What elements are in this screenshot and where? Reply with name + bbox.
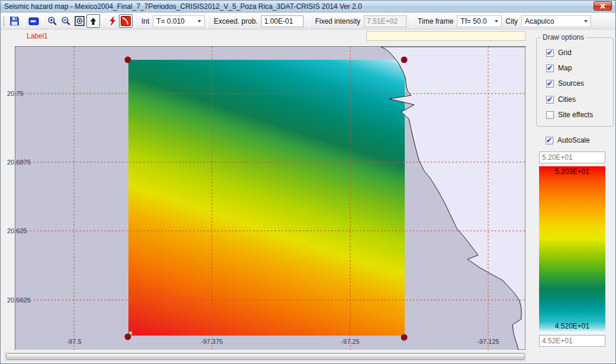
time-frame-combo[interactable]: Tf= 50.0 xyxy=(457,15,502,27)
map-overlay xyxy=(15,47,525,350)
period-combo-value: T= 0.010 xyxy=(156,17,185,25)
zoom-extent-button[interactable] xyxy=(73,14,86,28)
map-panel[interactable]: 20.75 20.6875 20.625 20.5625 -97.5 -97.3… xyxy=(15,46,526,350)
option-row-sources: Sources xyxy=(546,79,584,88)
option-row-cities: Cities xyxy=(546,95,576,104)
x-tick-label: -97.375 xyxy=(194,338,230,345)
map-canvas xyxy=(15,47,525,350)
toolbar-separator xyxy=(308,15,309,28)
exceed-prob-input[interactable] xyxy=(261,15,304,27)
close-button[interactable] xyxy=(594,1,612,11)
autoscale-row: AutoScale xyxy=(546,136,590,144)
cities-checkbox-label: Cities xyxy=(558,95,576,104)
draw-options-group: Draw options Grid Map Sources Cities Sit… xyxy=(536,37,614,127)
chevron-down-icon xyxy=(495,20,498,22)
window-title: Seismic hazard map - Mexico2004_Final_7_… xyxy=(1,2,362,11)
pan-up-button[interactable] xyxy=(86,14,100,28)
fixed-intensity-label: Fixed intensity xyxy=(315,17,360,25)
fixed-intensity-input[interactable] xyxy=(364,15,407,27)
site-effects-checkbox-label: Site effects xyxy=(558,111,593,119)
y-tick-label: 20.625 xyxy=(7,227,27,234)
draw-options-title: Draw options xyxy=(541,33,586,41)
autoscale-checkbox-label: AutoScale xyxy=(557,136,590,144)
hazard-curve-button[interactable] xyxy=(119,14,133,28)
period-combo[interactable]: T= 0.010 xyxy=(153,15,205,27)
toolbar-separator xyxy=(135,15,136,28)
city-combo-value: Acapulco xyxy=(525,17,554,25)
scale-max-label: 5.203E+01 xyxy=(539,167,605,176)
y-tick-label: 20.75 xyxy=(7,90,24,97)
app-window: Seismic hazard map - Mexico2004_Final_7_… xyxy=(0,0,616,364)
time-frame-combo-value: Tf= 50.0 xyxy=(460,17,486,25)
x-tick-label: -97.25 xyxy=(333,338,368,345)
chevron-down-icon xyxy=(584,20,588,22)
city-combo[interactable]: Acapulco xyxy=(521,15,591,27)
option-row-site-effects: Site effects xyxy=(546,111,593,119)
up-arrow-icon xyxy=(89,17,97,25)
color-scale-bar: 5.203E+01 4.520E+01 xyxy=(539,166,605,333)
y-tick-label: 20.6875 xyxy=(7,159,31,166)
zoom-in-icon xyxy=(47,16,57,26)
y-tick-label: 20.5625 xyxy=(7,297,31,304)
map-h-scrollbar[interactable] xyxy=(5,352,526,361)
cities-checkbox[interactable] xyxy=(546,96,554,104)
grid-corner-dots xyxy=(125,57,408,341)
time-frame-label: Time frame xyxy=(418,17,453,25)
city-label: City xyxy=(505,17,518,25)
save-button[interactable] xyxy=(8,14,21,28)
x-tick-label: -97.125 xyxy=(470,338,506,345)
option-row-map: Map xyxy=(546,64,572,72)
autoscale-checkbox[interactable] xyxy=(546,137,553,144)
map-checkbox[interactable] xyxy=(546,65,554,72)
legend-button[interactable] xyxy=(27,14,40,28)
zoom-extent-icon xyxy=(75,16,85,26)
zoom-out-icon xyxy=(61,16,71,26)
toolbar-separator xyxy=(102,15,103,28)
scale-min-input[interactable] xyxy=(539,335,605,347)
scrollbar-thumb[interactable] xyxy=(6,353,525,360)
grid-checkbox[interactable] xyxy=(546,49,554,57)
zoom-out-button[interactable] xyxy=(59,14,73,28)
toolbar: Int T= 0.010 Exceed. prob. Fixed intensi… xyxy=(1,13,615,30)
zoom-in-button[interactable] xyxy=(46,14,59,28)
sources-checkbox-label: Sources xyxy=(558,79,584,88)
legend-icon xyxy=(28,17,39,26)
exceed-prob-label: Exceed. prob. xyxy=(214,17,257,25)
scale-min-label: 4.520E+01 xyxy=(539,322,605,330)
floppy-icon xyxy=(9,16,20,26)
toolbar-separator xyxy=(411,15,412,28)
toolbar-separator xyxy=(207,15,208,28)
chevron-down-icon xyxy=(198,20,201,22)
scale-max-input[interactable] xyxy=(539,152,605,163)
lightning-icon xyxy=(108,16,117,26)
site-effects-checkbox[interactable] xyxy=(546,111,554,119)
x-tick-label: -97.5 xyxy=(56,338,92,345)
toolbar-separator xyxy=(24,15,24,28)
toolbar-separator xyxy=(43,15,43,28)
title-bar: Seismic hazard map - Mexico2004_Final_7_… xyxy=(1,1,615,12)
option-row-grid: Grid xyxy=(546,49,572,57)
map-checkbox-label: Map xyxy=(558,64,572,72)
close-icon xyxy=(600,4,605,9)
int-label: Int xyxy=(141,17,149,25)
hazard-curve-icon xyxy=(121,16,131,26)
grid-checkbox-label: Grid xyxy=(558,49,572,57)
map-label: Label1 xyxy=(27,32,48,40)
sources-checkbox[interactable] xyxy=(546,80,554,88)
note-box[interactable] xyxy=(366,31,525,41)
toolbar-grip xyxy=(3,16,5,27)
compute-button[interactable] xyxy=(105,14,119,28)
sea-region xyxy=(380,47,525,350)
